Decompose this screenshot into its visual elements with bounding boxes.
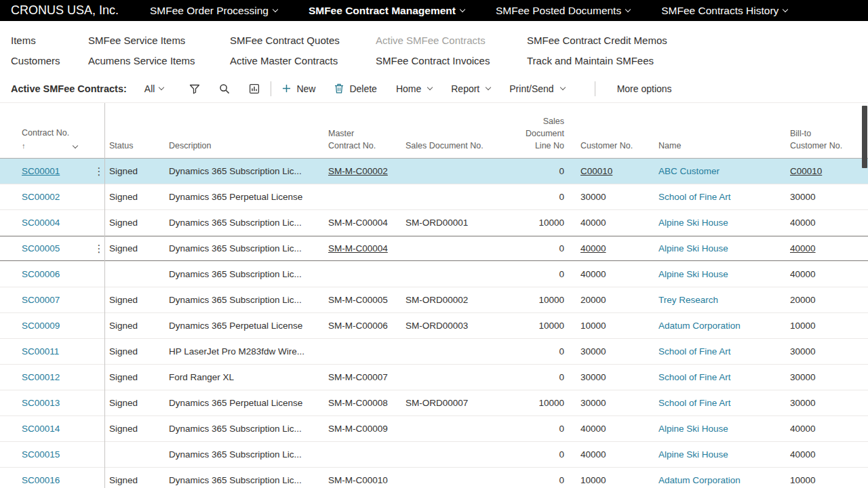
report-menu-button[interactable]: Report: [451, 83, 490, 94]
analysis-icon[interactable]: [249, 83, 260, 94]
table-row[interactable]: SC00004SignedDynamics 365 Subscription L…: [0, 210, 868, 236]
cell-name[interactable]: School of Fine Art: [653, 398, 790, 408]
vertical-scrollbar[interactable]: [861, 103, 868, 488]
nav-item-smfee-service-items[interactable]: SMFee Service Items: [88, 35, 185, 46]
cell-name[interactable]: Adatum Corporation: [653, 475, 790, 485]
cell-sales-document-line-no[interactable]: 0: [483, 166, 570, 176]
scrollbar-thumb[interactable]: [862, 106, 867, 168]
table-row[interactable]: SC00007SignedDynamics 365 Subscription L…: [0, 287, 868, 313]
cell-master-contract-no[interactable]: SM-M-C00007: [328, 372, 406, 382]
cell-status[interactable]: Signed: [104, 475, 169, 485]
cell-bill-to-customer-no[interactable]: 40000: [790, 269, 868, 279]
column-header-sales-document-line-no[interactable]: Sales Document Line No: [483, 115, 570, 158]
cell-status[interactable]: Signed: [104, 192, 169, 202]
column-header-sales-document-no[interactable]: Sales Document No.: [406, 140, 483, 158]
cell-master-contract-no[interactable]: SM-M-C00009: [328, 424, 406, 434]
cell-status[interactable]: Signed: [104, 424, 169, 434]
top-menu-contract-management[interactable]: SMFee Contract Management: [309, 5, 465, 17]
cell-contract-no[interactable]: SC00016: [0, 475, 94, 485]
chevron-down-icon[interactable]: [73, 143, 78, 148]
cell-master-contract-no[interactable]: SM-M-C00005: [328, 295, 406, 305]
column-header-contract-no[interactable]: Contract No. ↑: [0, 127, 94, 158]
cell-description[interactable]: Dynamics 365 Perpetual License: [169, 321, 328, 331]
cell-customer-no[interactable]: 30000: [570, 192, 653, 202]
cell-name[interactable]: Alpine Ski House: [653, 269, 790, 279]
cell-description[interactable]: Dynamics 365 Subscription Lic...: [169, 166, 328, 176]
table-row[interactable]: SC00001⋮SignedDynamics 365 Subscription …: [0, 159, 868, 184]
cell-sales-document-line-no[interactable]: 0: [483, 372, 570, 382]
row-context-menu-icon[interactable]: ⋮: [94, 243, 104, 255]
row-menu[interactable]: ⋮: [94, 165, 104, 178]
table-row[interactable]: SC00016SignedDynamics 365 Subscription L…: [0, 468, 868, 488]
cell-contract-no[interactable]: SC00009: [0, 321, 94, 331]
cell-sales-document-line-no[interactable]: 0: [483, 424, 570, 434]
cell-description[interactable]: Dynamics 365 Subscription Lic...: [169, 424, 328, 434]
cell-description[interactable]: Dynamics 365 Subscription Lic...: [169, 449, 328, 460]
cell-bill-to-customer-no[interactable]: 30000: [790, 398, 868, 408]
cell-name[interactable]: ABC Customer: [653, 166, 790, 176]
nav-item-track-and-maintain-smfees[interactable]: Track and Maintain SMFees: [527, 55, 654, 66]
cell-name[interactable]: Trey Research: [653, 295, 790, 305]
cell-sales-document-no[interactable]: SM-ORD00003: [406, 321, 483, 331]
cell-master-contract-no[interactable]: SM-M-C00006: [328, 321, 406, 331]
cell-bill-to-customer-no[interactable]: 30000: [790, 372, 868, 382]
cell-sales-document-line-no[interactable]: 0: [483, 243, 570, 253]
table-row[interactable]: SC00014SignedDynamics 365 Subscription L…: [0, 416, 868, 442]
cell-customer-no[interactable]: 10000: [570, 475, 653, 485]
cell-description[interactable]: Dynamics 365 Subscription Lic...: [169, 269, 328, 279]
delete-button[interactable]: Delete: [334, 83, 376, 94]
cell-description[interactable]: Dynamics 365 Subscription Lic...: [169, 218, 328, 228]
cell-master-contract-no[interactable]: SM-M-C00010: [328, 475, 406, 485]
cell-customer-no[interactable]: 30000: [570, 346, 653, 357]
cell-name[interactable]: Alpine Ski House: [653, 218, 790, 228]
table-row[interactable]: SC00009SignedDynamics 365 Perpetual Lice…: [0, 313, 868, 339]
view-filter-dropdown[interactable]: All: [144, 83, 164, 94]
top-menu-contracts-history[interactable]: SMFee Contracts History: [661, 5, 787, 17]
column-header-description[interactable]: Description: [169, 140, 328, 158]
cell-sales-document-no[interactable]: SM-ORD00001: [406, 218, 483, 228]
nav-item-active-master-contracts[interactable]: Active Master Contracts: [230, 55, 338, 66]
company-name[interactable]: CRONUS USA, Inc.: [11, 3, 119, 18]
cell-name[interactable]: School of Fine Art: [653, 372, 790, 382]
cell-status[interactable]: Signed: [104, 218, 169, 228]
cell-name[interactable]: Alpine Ski House: [653, 243, 790, 253]
more-options-button[interactable]: More options: [617, 83, 672, 94]
table-row[interactable]: SC00005⋮SignedDynamics 365 Subscription …: [0, 236, 868, 262]
column-header-name[interactable]: Name: [653, 140, 790, 158]
cell-sales-document-line-no[interactable]: 10000: [483, 218, 570, 228]
cell-sales-document-line-no[interactable]: 0: [483, 449, 570, 460]
cell-contract-no[interactable]: SC00013: [0, 398, 94, 408]
cell-bill-to-customer-no[interactable]: C00010: [790, 166, 868, 176]
cell-name[interactable]: Alpine Ski House: [653, 449, 790, 460]
nav-item-smfee-contract-quotes[interactable]: SMFee Contract Quotes: [230, 35, 340, 46]
column-header-bill-to-customer-no[interactable]: Bill-to Customer No.: [790, 127, 868, 158]
table-row[interactable]: SC00006Dynamics 365 Subscription Lic...0…: [0, 262, 868, 287]
table-row[interactable]: SC00011SignedHP LaserJet Pro M283fdw Wir…: [0, 339, 868, 365]
cell-sales-document-line-no[interactable]: 0: [483, 346, 570, 357]
cell-master-contract-no[interactable]: SM-M-C00002: [328, 166, 406, 176]
cell-bill-to-customer-no[interactable]: 40000: [790, 449, 868, 460]
column-header-master-contract-no[interactable]: Master Contract No.: [328, 127, 406, 158]
nav-item-customers[interactable]: Customers: [11, 55, 60, 66]
cell-status[interactable]: Signed: [104, 372, 169, 382]
print-send-menu-button[interactable]: Print/Send: [509, 83, 564, 94]
column-header-customer-no[interactable]: Customer No.: [570, 140, 653, 158]
cell-master-contract-no[interactable]: SM-M-C00004: [328, 243, 406, 253]
cell-sales-document-line-no[interactable]: 10000: [483, 295, 570, 305]
nav-item-acumens-service-items[interactable]: Acumens Service Items: [88, 55, 195, 66]
cell-customer-no[interactable]: 10000: [570, 321, 653, 331]
cell-description[interactable]: Dynamics 365 Subscription Lic...: [169, 243, 328, 253]
cell-contract-no[interactable]: SC00006: [0, 269, 94, 279]
cell-sales-document-line-no[interactable]: 10000: [483, 398, 570, 408]
cell-customer-no[interactable]: 40000: [570, 269, 653, 279]
nav-item-smfee-contract-credit-memos[interactable]: SMFee Contract Credit Memos: [527, 35, 667, 46]
cell-bill-to-customer-no[interactable]: 30000: [790, 346, 868, 357]
row-context-menu-icon[interactable]: ⋮: [94, 165, 104, 178]
cell-contract-no[interactable]: SC00015: [0, 449, 94, 460]
cell-description[interactable]: Dynamics 365 Perpetual License: [169, 192, 328, 202]
cell-description[interactable]: Dynamics 365 Subscription Lic...: [169, 475, 328, 485]
cell-name[interactable]: Adatum Corporation: [653, 321, 790, 331]
cell-bill-to-customer-no[interactable]: 10000: [790, 475, 868, 485]
cell-description[interactable]: Ford Ranger XL: [169, 372, 328, 382]
cell-status[interactable]: Signed: [104, 295, 169, 305]
